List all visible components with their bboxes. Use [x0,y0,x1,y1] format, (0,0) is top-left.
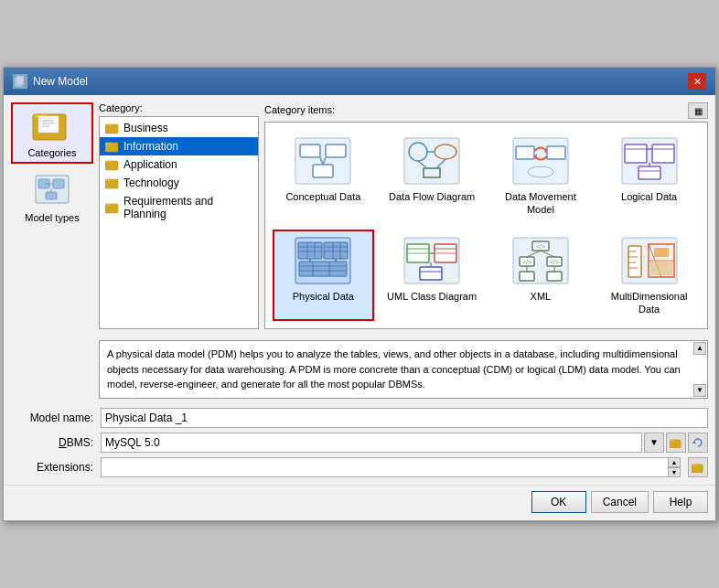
category-technology[interactable]: Technology [100,174,258,192]
svg-rect-4 [40,118,57,131]
extensions-browse-button[interactable] [688,457,708,477]
grid-item-conceptual-data[interactable]: Conceptual Data [273,130,374,222]
multidimensional-label: MultiDimensional Data [604,290,694,316]
multidimensional-icon [620,235,679,286]
dbms-select-container: MySQL 5.0 ▼ [101,433,708,453]
uml-class-label: UML Class Diagram [387,290,477,303]
svg-rect-53 [299,262,347,276]
svg-rect-90 [628,246,641,277]
extensions-row: Extensions: ▲ ▼ [11,457,708,477]
logical-data-label: Logical Data [621,190,677,203]
extensions-spin-up[interactable]: ▲ [668,457,681,467]
logical-data-icon [620,135,679,187]
dbms-dropdown-arrow[interactable]: ▼ [644,433,664,453]
model-name-row: Model name: [11,408,708,428]
model-name-label: Model name: [11,412,93,424]
svg-marker-99 [650,261,672,275]
svg-rect-39 [625,144,647,163]
svg-text:</>: </> [522,259,531,265]
category-application[interactable]: Application [100,155,258,174]
grid-item-multidimensional[interactable]: MultiDimensional Data [598,230,700,322]
category-information[interactable]: Information [100,137,258,155]
svg-rect-21 [326,144,346,157]
title-bar-left: New Model [13,74,88,89]
conceptual-data-icon [294,135,352,187]
description-scrollbar: ▲ ▼ [693,342,706,397]
dbms-folder-button[interactable] [666,433,686,453]
ok-button[interactable]: OK [531,491,586,513]
scroll-down-button[interactable]: ▼ [693,384,706,397]
svg-rect-58 [324,242,348,259]
extensions-spin-buttons: ▲ ▼ [668,457,681,477]
categories-button[interactable]: Categories [11,102,93,164]
xml-icon: </> </> </> [511,235,570,286]
svg-rect-34 [547,146,565,159]
close-button[interactable]: ✕ [688,73,706,90]
scroll-up-button[interactable]: ▲ [693,342,706,355]
svg-rect-84 [547,272,562,281]
help-button[interactable]: Help [653,491,708,513]
items-grid: Conceptual Data [273,130,700,321]
category-requirements[interactable]: Requirements and Planning [100,192,258,223]
svg-text:</>: </> [550,259,559,265]
model-types-button[interactable]: Model types [11,167,93,229]
svg-rect-44 [639,166,660,179]
model-name-input[interactable] [101,408,708,428]
data-flow-icon [402,135,461,187]
view-toggle-button[interactable]: ▦ [688,102,708,119]
dbms-refresh-button[interactable] [688,433,708,453]
svg-rect-73 [420,267,442,280]
extensions-input[interactable] [101,457,681,477]
category-business[interactable]: Business [100,119,258,137]
category-label: Category: [99,102,259,113]
physical-data-icon [294,235,352,286]
dbms-label: DBMS: [11,436,93,449]
xml-label: XML [531,290,552,303]
dialog-icon [13,74,27,89]
svg-rect-41 [652,144,674,163]
right-panel: Category items: ▦ [264,102,708,329]
svg-rect-83 [520,272,534,281]
category-list: Business Information [99,116,259,329]
new-model-dialog: New Model ✕ [3,67,716,521]
dialog-title: New Model [33,75,88,88]
data-flow-label: Data Flow Diagram [389,190,475,203]
data-movement-label: Data Movement Model [496,190,586,217]
grid-item-data-flow[interactable]: Data Flow Diagram [381,130,483,222]
svg-marker-98 [654,248,669,257]
conceptual-data-label: Conceptual Data [285,190,360,203]
categories-icon [30,108,74,144]
form-area: Model name: DBMS: MySQL 5.0 ▼ [11,408,708,477]
grid-item-uml-class[interactable]: UML Class Diagram [381,230,483,322]
grid-item-physical-data[interactable]: Physical Data [273,230,374,322]
extensions-input-container: ▲ ▼ [101,457,681,477]
svg-rect-1 [16,76,24,85]
model-types-icon [30,173,74,209]
title-bar: New Model ✕ [4,68,715,95]
svg-marker-101 [692,441,696,444]
svg-rect-48 [298,242,322,259]
left-panel: Categories Model types [11,102,93,329]
svg-rect-20 [300,144,320,157]
middle-panel: Category: Business Inf [99,102,259,329]
category-items-label: Category items: [264,104,335,115]
extensions-spin-down[interactable]: ▼ [668,467,681,477]
svg-rect-33 [516,146,534,159]
description-text: A physical data model (PDM) helps you to… [107,348,681,390]
grid-item-xml[interactable]: </> </> </> [490,230,592,322]
dialog-body: Categories Model types [4,95,715,485]
main-area: Categories Model types [11,102,708,329]
extensions-label: Extensions: [11,461,93,474]
physical-data-label: Physical Data [293,290,354,303]
dbms-select[interactable]: MySQL 5.0 [101,433,642,453]
description-area: A physical data model (PDM) helps you to… [99,340,708,399]
data-movement-icon [511,135,570,187]
cancel-button[interactable]: Cancel [591,491,649,513]
items-grid-container: Conceptual Data [264,122,708,329]
right-panel-header: Category items: ▦ [264,102,708,119]
svg-text:</>: </> [536,243,545,250]
svg-rect-11 [46,192,57,199]
dbms-row: DBMS: MySQL 5.0 ▼ [11,433,708,453]
grid-item-data-movement[interactable]: Data Movement Model [490,130,592,222]
grid-item-logical-data[interactable]: Logical Data [598,130,700,222]
